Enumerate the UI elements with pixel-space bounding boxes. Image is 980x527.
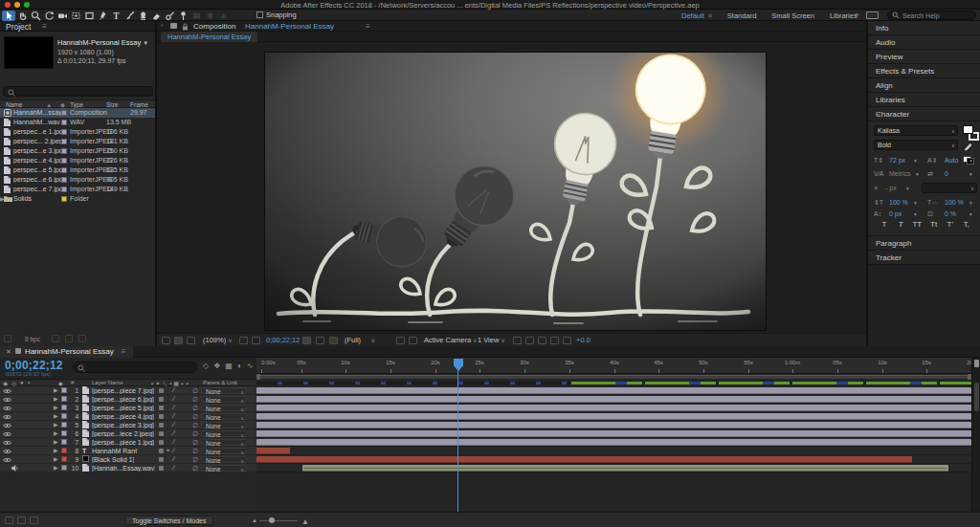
layer-name[interactable]: [perspe...piece 7.jpg] xyxy=(92,387,154,394)
label-color-swatch[interactable] xyxy=(61,110,67,116)
zoom-slider-knob[interactable] xyxy=(269,517,275,523)
current-timecode[interactable]: 0;00;22;12 xyxy=(5,359,63,372)
parent-link-dropdown[interactable]: None∨ xyxy=(201,456,247,464)
layer-duration-bar[interactable] xyxy=(256,430,971,437)
font-family-select[interactable]: Kailasa∨ xyxy=(874,125,958,136)
tracking-value[interactable]: 0 xyxy=(945,170,948,177)
workspace-switcher-icon[interactable] xyxy=(866,11,879,19)
shy-switch-icon[interactable] xyxy=(159,397,164,402)
lock-icon[interactable] xyxy=(182,23,189,31)
layer-row-4[interactable]: ▶4[perspe...piece 4.jpg]∕∅None∨ xyxy=(0,412,256,421)
selection-tool-icon[interactable] xyxy=(2,11,15,21)
composition-canvas[interactable] xyxy=(157,42,866,333)
label-color-swatch[interactable] xyxy=(61,129,67,135)
project-row-perspec-e-6-jpg[interactable]: perspec...e 6.jpgImporterJPEG905 KB xyxy=(0,175,155,185)
snapping-toggle[interactable]: Snapping xyxy=(256,11,297,19)
zoom-in-mountain-icon[interactable]: ▲ xyxy=(301,517,309,526)
magnification-dropdown[interactable]: (109%) ∨ xyxy=(203,336,233,344)
project-row-hannahm-wav[interactable]: HannahM...wavWAV13.5 MB xyxy=(0,118,155,127)
layer-duration-bar[interactable] xyxy=(256,413,971,420)
panel-header-libraries[interactable]: Libraries xyxy=(868,93,980,107)
twirl-arrow-icon[interactable]: ▶ xyxy=(54,412,58,419)
layer-row-8[interactable]: ▶8THannahM Rant✦∕∅None∨ xyxy=(0,447,256,455)
project-panel-tab[interactable]: Project ≡ xyxy=(0,21,155,32)
playhead-line[interactable] xyxy=(457,359,458,512)
kerning-dropdown-icon[interactable]: ▾ xyxy=(916,171,919,177)
show-snapshot-icon[interactable] xyxy=(316,337,324,344)
parent-link-dropdown[interactable]: None∨ xyxy=(201,439,247,447)
twirl-arrow-icon[interactable]: ▶ xyxy=(54,429,58,436)
workspace-standard[interactable]: Standard xyxy=(727,11,756,20)
leading-dropdown-icon[interactable]: ▾ xyxy=(969,158,972,164)
video-column-icon[interactable]: ◉ xyxy=(3,380,8,386)
project-row-perspec-e-1-jpg[interactable]: perspec...e 1.jpgImporterJPEG106 KB xyxy=(0,127,155,137)
layer-label-swatch[interactable] xyxy=(61,448,67,453)
font-size-value[interactable]: 72 px xyxy=(889,157,905,164)
column-name[interactable]: Name xyxy=(6,101,22,108)
layer-row-1[interactable]: ▶1[perspe...piece 7.jpg]∕∅None∨ xyxy=(0,386,256,395)
faux-style-button-3[interactable]: Tt xyxy=(927,220,941,229)
twirl-arrow-icon[interactable]: ▶ xyxy=(54,464,58,471)
shy-switch-icon[interactable] xyxy=(159,449,164,453)
quality-switch-icon[interactable]: ∕ xyxy=(173,455,174,462)
layer-name[interactable]: [Black Solid 1] xyxy=(92,456,134,463)
timeline-scroll-thumb[interactable] xyxy=(974,383,979,411)
twirl-arrow-icon[interactable]: ▶ xyxy=(54,395,58,402)
layer-row-5[interactable]: ▶5[perspe...piece 3.jpg]∕∅None∨ xyxy=(0,421,256,429)
shy-layers-icon[interactable]: ❖ xyxy=(213,362,220,370)
timeline-track-area[interactable] xyxy=(256,380,971,512)
share-view-icon[interactable] xyxy=(513,337,522,344)
layer-duration-bar[interactable] xyxy=(256,387,971,394)
label-color-swatch[interactable] xyxy=(61,167,67,173)
layer-label-swatch[interactable] xyxy=(61,413,67,419)
project-row-hannahm-ssay[interactable]: HannahM...ssayComposition29.97 xyxy=(0,108,155,118)
project-search-input[interactable] xyxy=(3,86,153,97)
quality-switch-icon[interactable]: ∕ xyxy=(173,404,174,410)
layer-duration-bar[interactable] xyxy=(256,448,290,454)
parent-link-dropdown[interactable]: None∨ xyxy=(201,465,247,472)
faux-style-button-1[interactable]: T xyxy=(894,220,907,229)
layer-duration-bar[interactable] xyxy=(256,439,971,446)
layer-duration-bar[interactable] xyxy=(256,456,912,463)
motion-blur-icon[interactable]: ◐ xyxy=(237,362,242,370)
layer-row-7[interactable]: ▶7[perspe...piece 1.jpg]∕∅None∨ xyxy=(0,438,256,447)
timeline-jump-icon[interactable] xyxy=(538,337,546,344)
exposure-reset-icon[interactable] xyxy=(563,337,571,344)
project-row-perspec-e-7-jpg[interactable]: perspec...e 7.jpgImporterJPEG149 KB xyxy=(0,185,155,194)
tsume-value[interactable]: 0 % xyxy=(945,210,956,217)
layer-label-swatch[interactable] xyxy=(61,456,67,462)
layer-row-10[interactable]: ▶10[Hannah...Essay.wav]∕∅None∨ xyxy=(0,464,256,472)
layer-row-3[interactable]: ▶3[perspe...piece 5.jpg]∕∅None∨ xyxy=(0,404,256,412)
leading-value[interactable]: Auto xyxy=(945,157,958,164)
horizontal-scale-dropdown-icon[interactable]: ▾ xyxy=(969,200,972,206)
column-type[interactable]: Type xyxy=(70,101,83,108)
label-color-swatch[interactable] xyxy=(61,158,67,164)
shy-switch-icon[interactable] xyxy=(159,457,164,462)
resolution-dropdown[interactable]: (Full) ∨ xyxy=(345,336,375,344)
view-layout-dropdown[interactable]: 1 View ∨ xyxy=(478,336,505,344)
layer-label-swatch[interactable] xyxy=(61,430,67,436)
composition-subtab[interactable]: HannahM-Personal Essay xyxy=(161,32,257,42)
layer-name[interactable]: [perspe...piece 4.jpg] xyxy=(92,413,154,420)
layer-track-9[interactable] xyxy=(256,455,971,464)
lock-column-icon[interactable]: ▪ xyxy=(28,380,30,385)
faux-style-button-4[interactable]: T' xyxy=(944,220,957,229)
audio-column-icon[interactable]: ◎ xyxy=(11,380,16,386)
viewer-lock-target-icon[interactable] xyxy=(170,23,177,29)
expand-transfer-controls-icon[interactable] xyxy=(17,516,26,524)
viewer-timecode[interactable]: 0;00;22;12 xyxy=(266,336,300,344)
quality-switch-icon[interactable]: ∕ xyxy=(173,386,174,393)
mini-flowchart-icon[interactable] xyxy=(162,337,170,344)
layer-row-6[interactable]: ▶6[perspe...iece 2.jpeg]∕∅None∨ xyxy=(0,429,256,438)
comp-mini-flowchart-icon[interactable]: ◇ xyxy=(203,362,209,370)
camera-view-dropdown[interactable]: Active Camera ∨ xyxy=(424,336,478,344)
layer-track-2[interactable] xyxy=(256,395,971,404)
project-bit-depth[interactable]: 8 bpc xyxy=(25,336,40,342)
snapping-checkbox[interactable] xyxy=(256,11,263,18)
parent-link-dropdown[interactable]: None∨ xyxy=(201,422,247,429)
label-color-swatch[interactable] xyxy=(61,148,67,154)
baseline-shift-value[interactable]: 0 px xyxy=(889,210,902,217)
layer-duration-bar[interactable] xyxy=(256,396,971,403)
vertical-scale-dropdown-icon[interactable]: ▾ xyxy=(914,200,917,206)
workspace-small-screen[interactable]: Small Screen xyxy=(771,11,814,20)
